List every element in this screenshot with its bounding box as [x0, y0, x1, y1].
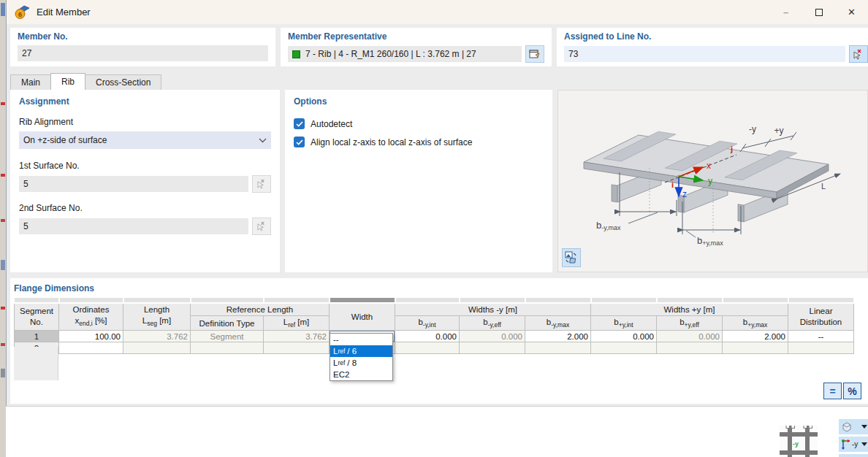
svg-text:6: 6 [18, 11, 22, 18]
table-row: 1 100.00 3.762 Segment 3.762 -- 0.000 0.… [15, 331, 854, 342]
tab-cross-section[interactable]: Cross-Section [85, 74, 161, 90]
member-representative-panel: Member Representative 7 - Rib | 4 - R_M1… [281, 28, 552, 66]
minimize-icon: – [783, 7, 788, 18]
cell-lref: 3.762 [264, 331, 330, 342]
cell-b-pos-int[interactable]: 0.000 [591, 331, 657, 342]
col-header-b-pos-int: b+y,int [591, 315, 657, 330]
col-header-b-neg-eff: b-y,eff [460, 315, 525, 330]
node-i-label: i [671, 180, 674, 189]
dropdown-option[interactable]: EC2 [330, 369, 392, 380]
cell-b-pos-eff [657, 342, 723, 354]
view-axis-button[interactable]: -y [839, 437, 868, 452]
section-axis-label: -y [793, 440, 799, 448]
tab-cross-section-label: Cross-Section [96, 77, 151, 88]
width-dropdown-list: -- Lref/ 6 Lref/ 8 EC2 [330, 333, 393, 381]
table-row-header-filler [14, 347, 58, 380]
col-header-definition-type: Definition Type [191, 315, 264, 330]
col-header-width: Width [330, 303, 395, 331]
edit-member-dialog: 6 Edit Member – ✕ Member No. 27 Member R… [0, 0, 868, 457]
row-header-1[interactable]: 1 [15, 331, 59, 342]
member-representative-label: Member Representative [288, 31, 544, 42]
neg-y-label: -y [749, 124, 756, 134]
autodetect-label: Autodetect [311, 119, 352, 129]
cell-b-neg-int[interactable]: 0.000 [395, 331, 460, 342]
surface1-label: 1st Surface No. [19, 161, 271, 171]
col-header-b-pos-eff: b+y,eff [657, 315, 723, 330]
dropdown-option[interactable]: Lref/ 8 [330, 357, 392, 369]
pick-surface1-button [252, 175, 271, 193]
cell-lref [264, 342, 330, 354]
view-axis-label: -y [852, 440, 858, 448]
member-no-panel: Member No. 27 [10, 28, 275, 66]
cell-b-pos-max[interactable]: 2.000 [723, 331, 788, 342]
col-group-reference-length: Reference Length [191, 303, 330, 315]
cell-ordinates[interactable] [59, 342, 123, 354]
cell-b-neg-max[interactable]: 2.000 [525, 331, 591, 342]
percent-button[interactable]: % [843, 383, 861, 399]
dropdown-option-selected[interactable]: Lref/ 6 [330, 345, 392, 357]
dropdown-option[interactable]: -- [330, 334, 392, 345]
flange-dimensions-title: Flange Dimensions [14, 283, 864, 293]
member-representative-value: 7 - Rib | 4 - R_M1 260/160 | L : 3.762 m… [305, 49, 476, 59]
align-z-axis-checkbox[interactable]: Align local z-axis to local z-axis of su… [294, 137, 544, 147]
cell-linear-distribution[interactable]: -- [788, 331, 854, 342]
chevron-down-icon [861, 425, 867, 429]
tab-main-label: Main [21, 77, 40, 88]
cell-lseg: 3.762 [123, 331, 191, 342]
surface2-label: 2nd Surface No. [19, 203, 271, 213]
rfem-app-icon: 6 [15, 5, 30, 20]
pick-line-button[interactable] [849, 45, 868, 63]
table-row: 2 [15, 342, 854, 354]
tab-rib[interactable]: Rib [50, 73, 85, 90]
col-header-ordinates: Ordinatesxend,i [%] [59, 303, 123, 331]
assigned-line-panel: Assigned to Line No. 73 [557, 28, 868, 66]
view-3d-button[interactable] [839, 419, 868, 434]
flange-table: SegmentNo. Ordinatesxend,i [%] LengthLse… [14, 298, 855, 354]
cell-b-neg-eff: 0.000 [460, 331, 525, 342]
col-header-b-neg-int: b-y,int [395, 315, 460, 330]
axis-y-label: y [708, 176, 712, 186]
member-representative-field: 7 - Rib | 4 - R_M1 260/160 | L : 3.762 m… [288, 46, 522, 62]
axis-z-label: z [682, 189, 687, 199]
equal-icon: = [829, 385, 835, 397]
section-preview-panel: 376.2 cm -y [6, 406, 868, 457]
align-z-axis-label: Align local z-axis to local z-axis of su… [311, 137, 472, 147]
col-header-b-pos-max: b+y,max [723, 315, 788, 330]
cell-linear-distribution [788, 342, 854, 354]
cell-b-neg-int [395, 342, 460, 354]
cell-b-pos-eff: 0.000 [657, 331, 723, 342]
minimize-button[interactable]: – [769, 0, 802, 24]
rib-diagram: i j x y z -y +y L [558, 91, 867, 272]
options-panel: Options Autodetect Align local z-axis to… [285, 90, 552, 272]
edit-representative-button[interactable] [525, 45, 544, 63]
assigned-line-label: Assigned to Line No. [564, 31, 868, 42]
tab-main[interactable]: Main [10, 74, 51, 90]
tab-rib-label: Rib [61, 77, 75, 87]
node-j-label: j [730, 145, 733, 153]
close-button[interactable]: ✕ [835, 0, 868, 24]
pick-surface2-button [252, 218, 271, 235]
cell-b-neg-max [525, 342, 591, 354]
assigned-line-field[interactable]: 73 [564, 46, 845, 62]
cell-ordinates[interactable]: 100.00 [59, 331, 123, 342]
axis-orientation-icon [841, 439, 850, 450]
autodetect-checkbox[interactable]: Autodetect [294, 118, 544, 129]
maximize-button[interactable] [802, 0, 835, 24]
cube-icon [841, 421, 853, 432]
col-header-lref: Lref [m] [264, 315, 330, 330]
options-title: Options [294, 96, 544, 107]
title-bar: 6 Edit Member – ✕ [6, 0, 868, 24]
edit-dialog-icon [529, 48, 541, 60]
rib-alignment-select[interactable]: On +z-side of surface [19, 131, 271, 149]
cell-b-pos-max [723, 342, 788, 354]
toggle-graphic-button[interactable] [562, 248, 581, 267]
col-header-linear-distribution: LinearDistribution [788, 303, 854, 331]
cell-b-pos-int [591, 342, 657, 354]
view-more-button[interactable] [839, 454, 868, 457]
equal-widths-button[interactable]: = [823, 383, 842, 399]
chevron-down-icon [259, 138, 267, 143]
background-app-edge [0, 0, 6, 457]
col-group-widths-pos-y: Widths +y [m] [591, 303, 788, 315]
col-header-segment: SegmentNo. [15, 303, 59, 331]
col-header-b-neg-max: b-y,max [525, 315, 591, 330]
